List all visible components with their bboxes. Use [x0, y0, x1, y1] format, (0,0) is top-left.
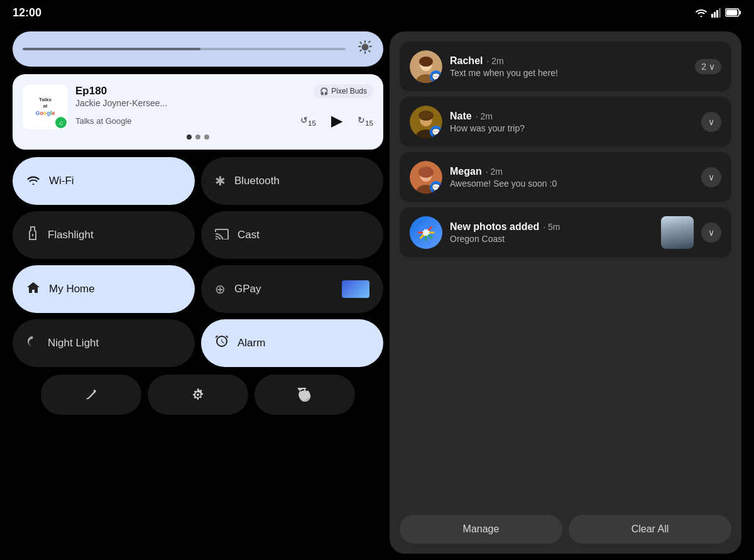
brightness-icon [357, 39, 373, 59]
cast-tile-icon [215, 227, 229, 243]
forward-label: 15 [365, 118, 373, 126]
notification-nate[interactable]: 💬 Nate · 2m How was your trip? ∨ [400, 97, 731, 147]
bluetooth-tile-icon: ✱ [215, 173, 226, 189]
notif-message-rachel: Text me when you get here! [450, 68, 687, 78]
expand-button-nate[interactable]: ∨ [701, 112, 721, 132]
media-card: Talks at Google ♫ Ep180 🎧 Pixel Buds [13, 74, 383, 150]
brightness-fill [23, 48, 200, 50]
message-badge-megan: 💬 [430, 181, 442, 194]
media-dots [23, 135, 373, 140]
cast-tile-label: Cast [238, 229, 260, 241]
media-artwork: Talks at Google ♫ [23, 84, 68, 129]
media-top: Talks at Google ♫ Ep180 🎧 Pixel Buds [23, 84, 373, 129]
home-tile-icon [26, 281, 40, 297]
quick-tiles-grid: Wi-Fi ✱ Bluetooth Flashlight Cast [13, 157, 383, 367]
power-button[interactable] [254, 375, 355, 415]
avatar-nate: 💬 [410, 106, 442, 138]
gpay-card-visual [342, 280, 369, 298]
photos-app-icon [410, 216, 442, 249]
notification-photos[interactable]: New photos added · 5m Oregon Coast ∨ [400, 207, 731, 258]
svg-rect-0 [711, 14, 713, 18]
status-time: 12:00 [13, 6, 41, 19]
tile-bluetooth[interactable]: ✱ Bluetooth [201, 157, 383, 205]
wifi-status-icon [695, 8, 708, 17]
battery-icon [725, 8, 741, 17]
gpay-left: ⊕ GPay [215, 282, 261, 297]
dot-3 [204, 135, 209, 140]
notif-body-nate: Nate · 2m How was your trip? [450, 111, 694, 133]
art-line2: at [43, 103, 47, 109]
tile-gpay[interactable]: ⊕ GPay [201, 265, 383, 313]
notification-megan[interactable]: 💬 Megan · 2m Awesome! See you soon :0 ∨ [400, 152, 731, 202]
myhome-tile-label: My Home [49, 283, 95, 295]
media-info: Ep180 🎧 Pixel Buds Jackie Joyner-Kersee.… [75, 84, 373, 129]
notif-body-megan: Megan · 2m Awesome! See you soon :0 [450, 166, 694, 189]
flashlight-tile-icon [26, 226, 39, 244]
notif-body-photos: New photos added · 5m Oregon Coast [450, 221, 653, 244]
forward-button[interactable]: ↻15 [358, 115, 373, 127]
notif-time-photos: · 5m [543, 222, 560, 232]
tile-wifi[interactable]: Wi-Fi [13, 157, 195, 205]
media-controls: ↺15 ▶ ↻15 [300, 112, 373, 129]
svg-point-11 [419, 57, 433, 67]
manage-button[interactable]: Manage [400, 515, 562, 544]
moon-tile-icon [26, 335, 39, 351]
photo-thumbnail [661, 216, 694, 249]
notif-message-megan: Awesome! See you soon :0 [450, 178, 694, 189]
signal-icon [711, 8, 721, 18]
status-bar: 12:00 [0, 0, 754, 25]
wifi-tile-icon [26, 173, 40, 189]
brightness-track [23, 48, 346, 50]
notif-name-rachel: Rachel [450, 55, 483, 67]
notifications-panel: 💬 Rachel · 2m Text me when you get here!… [390, 31, 741, 554]
count-label: 2 [701, 62, 706, 72]
notif-header-nate: Nate · 2m [450, 111, 694, 122]
dot-2 [195, 135, 200, 140]
tile-myhome[interactable]: My Home [13, 265, 195, 313]
tile-cast[interactable]: Cast [201, 211, 383, 259]
notif-body-rachel: Rachel · 2m Text me when you get here! [450, 55, 687, 78]
alarm-tile-label: Alarm [238, 337, 265, 349]
notif-message-nate: How was your trip? [450, 123, 694, 133]
svg-rect-7 [32, 234, 33, 236]
brightness-slider[interactable] [13, 31, 383, 67]
tile-nightlight[interactable]: Night Light [13, 319, 195, 367]
notif-time-rachel: · 2m [486, 56, 503, 66]
rewind-button[interactable]: ↺15 [300, 115, 316, 127]
wifi-tile-label: Wi-Fi [49, 175, 74, 187]
svg-rect-1 [714, 12, 716, 18]
notif-header-megan: Megan · 2m [450, 166, 694, 177]
tile-alarm[interactable]: Alarm [201, 319, 383, 367]
play-button[interactable]: ▶ [331, 112, 342, 129]
tile-flashlight[interactable]: Flashlight [13, 211, 195, 259]
notif-time-megan: · 2m [486, 167, 503, 177]
flashlight-tile-label: Flashlight [48, 229, 94, 241]
output-device: Pixel Buds [331, 87, 367, 96]
edit-button[interactable] [41, 375, 141, 415]
gpay-tile-icon: ⊕ [215, 282, 226, 297]
expand-button-megan[interactable]: ∨ [701, 167, 721, 187]
svg-rect-3 [719, 8, 721, 18]
chevron-down-icon: ∨ [709, 62, 715, 72]
bluetooth-tile-label: Bluetooth [234, 175, 280, 187]
notif-name-nate: Nate [450, 111, 472, 122]
svg-rect-6 [726, 10, 738, 16]
pixel-buds-badge: 🎧 Pixel Buds [314, 84, 373, 98]
message-badge-nate: 💬 [430, 126, 442, 138]
alarm-tile-icon [215, 334, 229, 352]
svg-point-15 [418, 111, 434, 121]
expand-button-photos[interactable]: ∨ [701, 222, 721, 243]
notif-header-photos: New photos added · 5m [450, 221, 653, 233]
avatar-rachel: 💬 [410, 50, 442, 83]
avatar-megan: 💬 [410, 161, 442, 194]
nightlight-tile-label: Night Light [48, 337, 99, 349]
gpay-tile-label: GPay [234, 283, 261, 295]
status-icons [695, 8, 741, 18]
settings-button[interactable] [148, 375, 248, 415]
art-line1: Talks [39, 97, 52, 102]
clear-all-button[interactable]: Clear All [569, 515, 731, 544]
notif-message-photos: Oregon Coast [450, 234, 653, 244]
episode-number: Ep180 [75, 85, 107, 97]
expand-count-rachel[interactable]: 2 ∨ [695, 59, 721, 74]
notification-rachel[interactable]: 💬 Rachel · 2m Text me when you get here!… [400, 41, 731, 92]
